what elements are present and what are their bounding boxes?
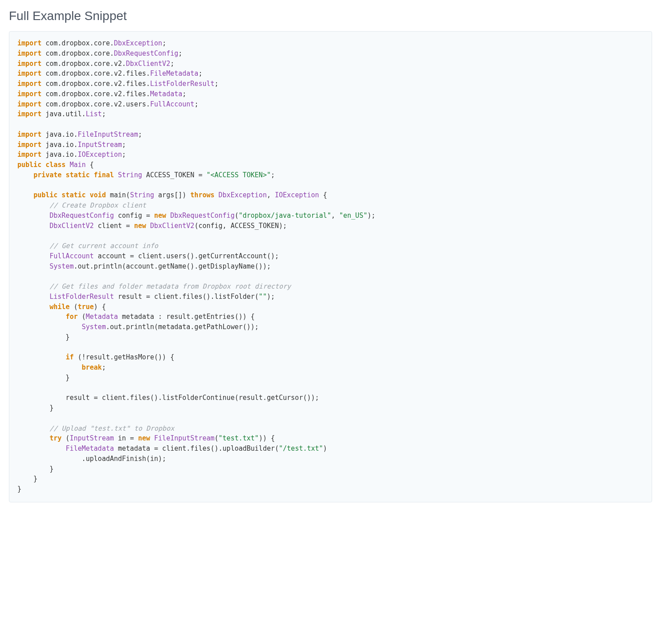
code-snippet: import com.dropbox.core.DbxException; im… [9,31,652,502]
page-title: Full Example Snippet [9,9,652,23]
code-content: import com.dropbox.core.DbxException; im… [17,39,375,493]
